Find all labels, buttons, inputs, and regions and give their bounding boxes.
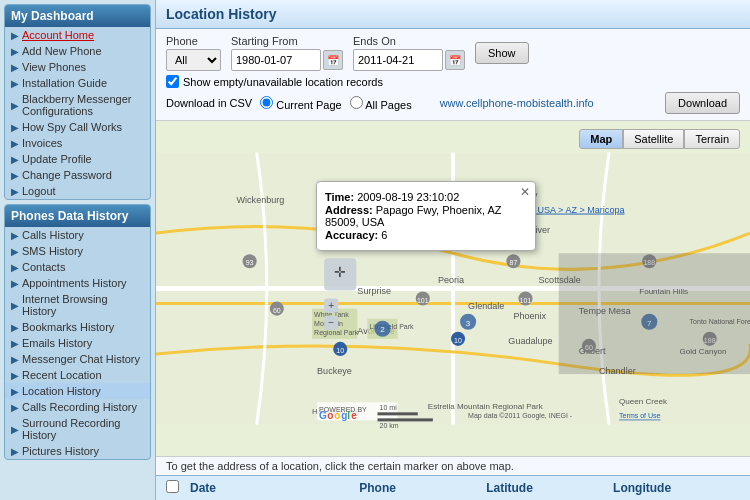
tab-terrain[interactable]: Terrain <box>684 129 740 149</box>
popup-time: Time: 2009-08-19 23:10:02 <box>325 191 527 203</box>
download-csv-label: Download in CSV <box>166 97 252 109</box>
show-button[interactable]: Show <box>475 42 529 64</box>
sidebar-item-add-phone[interactable]: ▶ Add New Phone <box>5 43 150 59</box>
download-button[interactable]: Download <box>665 92 740 114</box>
all-pages-label: All Pages <box>365 99 411 111</box>
bullet-icon: ▶ <box>11 370 19 381</box>
main-content: Location History Phone All Starting From… <box>155 0 750 500</box>
all-pages-radio[interactable] <box>350 96 363 109</box>
ends-on-label: Ends On <box>353 35 465 47</box>
col-header-longitude[interactable]: Longitude <box>613 481 740 495</box>
sidebar-item-installation-guide[interactable]: ▶ Installation Guide <box>5 75 150 91</box>
sidebar-item-account-home[interactable]: ▶ Account Home <box>5 27 150 43</box>
starting-from-date: 📅 <box>231 49 343 71</box>
phone-label: Phone <box>166 35 221 47</box>
current-page-radio-label: Current Page <box>260 96 342 111</box>
bullet-icon: ▶ <box>11 154 19 165</box>
ends-on-input[interactable] <box>353 49 443 71</box>
map-tabs: Map Satellite Terrain <box>579 129 740 149</box>
popup-time-value: 2009-08-19 23:10:02 <box>357 191 459 203</box>
svg-text:Map data ©2011 Google, INEGI -: Map data ©2011 Google, INEGI - <box>468 412 573 420</box>
svg-text:Regional Park: Regional Park <box>314 329 359 337</box>
all-pages-radio-label: All Pages <box>350 96 412 111</box>
starting-from-field-group: Starting From 📅 <box>231 35 343 71</box>
bottom-instruction: To get the address of a location, click … <box>166 460 514 472</box>
sidebar-section-title-dashboard: My Dashboard <box>5 5 150 27</box>
sidebar-item-surround-recording[interactable]: ▶ Surround Recording History <box>5 415 150 443</box>
sidebar-item-contacts[interactable]: ▶ Contacts <box>5 259 150 275</box>
bullet-icon: ▶ <box>11 100 19 111</box>
bullet-icon: ▶ <box>11 446 19 457</box>
phone-select[interactable]: All <box>166 49 221 71</box>
popup-address: Address: Papago Fwy, Phoenix, AZ 85009, … <box>325 204 527 228</box>
sidebar-item-change-password[interactable]: ▶ Change Password <box>5 167 150 183</box>
bottom-bar: To get the address of a location, click … <box>156 456 750 475</box>
popup-accuracy: Accuracy: 6 <box>325 229 527 241</box>
svg-text:Surprise: Surprise <box>357 286 391 296</box>
tab-satellite[interactable]: Satellite <box>623 129 684 149</box>
bullet-icon: ▶ <box>11 278 19 289</box>
sidebar-item-bbm-config[interactable]: ▶ Blackberry Messenger Configurations <box>5 91 150 119</box>
svg-text:o: o <box>327 410 333 421</box>
bullet-icon: ▶ <box>11 322 19 333</box>
calendar-icon-start[interactable]: 📅 <box>323 50 343 70</box>
svg-text:e: e <box>351 410 357 421</box>
svg-text:✛: ✛ <box>334 264 346 280</box>
bullet-icon: ▶ <box>11 138 19 149</box>
calendar-icon-end[interactable]: 📅 <box>445 50 465 70</box>
controls-row-2: Show empty/unavailable location records <box>166 75 740 88</box>
sidebar-item-invoices[interactable]: ▶ Invoices <box>5 135 150 151</box>
col-header-date[interactable]: Date <box>190 481 359 495</box>
select-all-checkbox[interactable] <box>166 480 179 493</box>
sidebar-item-view-phones[interactable]: ▶ View Phones <box>5 59 150 75</box>
ends-on-date: 📅 <box>353 49 465 71</box>
show-empty-checkbox-row: Show empty/unavailable location records <box>166 75 383 88</box>
sidebar-item-calls-recording[interactable]: ▶ Calls Recording History <box>5 399 150 415</box>
map-svg: Wickenburg Canyon City Current Location … <box>156 121 750 456</box>
current-page-radio[interactable] <box>260 96 273 109</box>
ends-on-field-group: Ends On 📅 <box>353 35 465 71</box>
starting-from-label: Starting From <box>231 35 343 47</box>
svg-text:20 km: 20 km <box>380 422 399 429</box>
sidebar-item-calls-history[interactable]: ▶ Calls History <box>5 227 150 243</box>
svg-rect-77 <box>559 253 750 374</box>
sidebar-item-recent-location[interactable]: ▶ Recent Location <box>5 367 150 383</box>
col-header-phone[interactable]: Phone <box>359 481 486 495</box>
sidebar-item-pictures[interactable]: ▶ Pictures History <box>5 443 150 459</box>
svg-text:Wickenburg: Wickenburg <box>237 195 285 205</box>
sidebar: My Dashboard ▶ Account Home ▶ Add New Ph… <box>0 0 155 500</box>
tab-map[interactable]: Map <box>579 129 623 149</box>
bullet-icon: ▶ <box>11 122 19 133</box>
svg-rect-67 <box>377 418 432 421</box>
show-empty-checkbox[interactable] <box>166 75 179 88</box>
sidebar-item-spy-call[interactable]: ▶ How Spy Call Works <box>5 119 150 135</box>
popup-close-button[interactable]: ✕ <box>520 185 530 199</box>
sidebar-item-emails[interactable]: ▶ Emails History <box>5 335 150 351</box>
sidebar-item-logout[interactable]: ▶ Logout <box>5 183 150 199</box>
svg-text:101: 101 <box>417 297 429 304</box>
sidebar-item-appointments[interactable]: ▶ Appointments History <box>5 275 150 291</box>
sidebar-item-sms-history[interactable]: ▶ SMS History <box>5 243 150 259</box>
website-link: www.cellphone-mobistealth.info <box>440 97 594 109</box>
sidebar-item-messenger-chat[interactable]: ▶ Messenger Chat History <box>5 351 150 367</box>
col-header-latitude[interactable]: Latitude <box>486 481 613 495</box>
sidebar-item-internet-browsing[interactable]: ▶ Internet Browsing History <box>5 291 150 319</box>
sidebar-item-location-history[interactable]: ▶ Location History <box>5 383 150 399</box>
csv-row: Download in CSV Current Page All Pages w… <box>166 96 655 111</box>
col-header-check <box>166 480 190 496</box>
sidebar-section-title-phones: Phones Data History <box>5 205 150 227</box>
bullet-icon: ▶ <box>11 402 19 413</box>
svg-text:o: o <box>334 410 340 421</box>
show-empty-label: Show empty/unavailable location records <box>183 76 383 88</box>
sidebar-item-bookmarks[interactable]: ▶ Bookmarks History <box>5 319 150 335</box>
svg-text:101: 101 <box>520 297 532 304</box>
map-background[interactable]: Wickenburg Canyon City Current Location … <box>156 121 750 456</box>
popup-time-label: Time: <box>325 191 354 203</box>
sidebar-item-update-profile[interactable]: ▶ Update Profile <box>5 151 150 167</box>
svg-text:93: 93 <box>246 259 254 266</box>
bullet-icon: ▶ <box>11 30 19 41</box>
controls-row-1: Phone All Starting From 📅 Ends On 📅 <box>166 35 740 71</box>
svg-text:−: − <box>328 317 334 328</box>
starting-from-input[interactable] <box>231 49 321 71</box>
account-home-link[interactable]: Account Home <box>22 29 94 41</box>
